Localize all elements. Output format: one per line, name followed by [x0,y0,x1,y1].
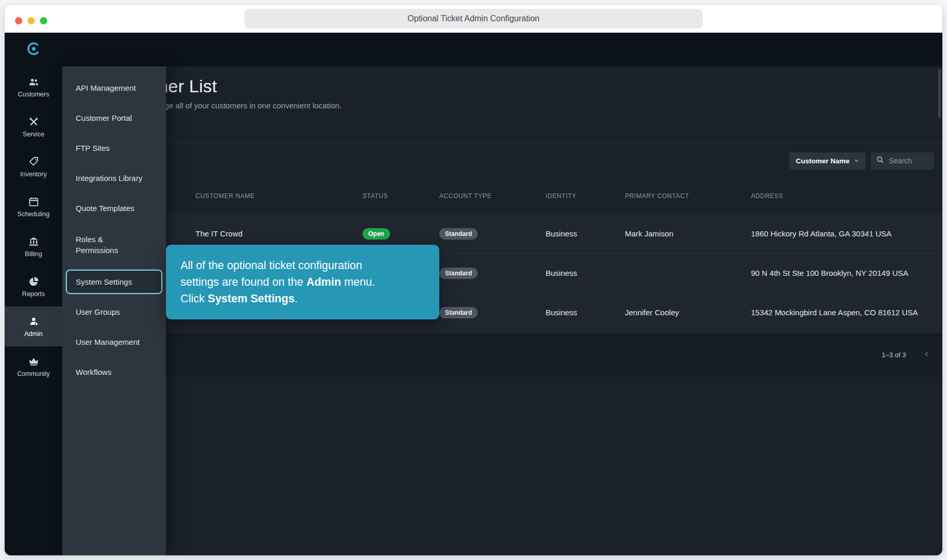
menu-item-workflows[interactable]: Workflows [62,357,166,387]
app-logo[interactable] [5,33,62,67]
cell-primary-contact: Jennifer Cooley [625,308,751,317]
bank-icon [28,235,39,248]
chevron-down-icon [854,157,859,165]
window-title: Optional Ticket Admin Configuration [244,9,703,29]
sidebar-item-admin[interactable]: Admin [5,306,62,346]
column-header-status: STATUS [363,192,439,200]
sort-dropdown[interactable]: Customer Name [789,152,866,170]
tag-icon [28,156,39,168]
sidebar-item-label: Scheduling [18,211,50,218]
sidebar-item-label: Customers [18,91,49,98]
top-navbar [62,33,942,66]
page-subtitle: Manage all of your customers in one conv… [145,101,342,110]
sidebar-item-customers[interactable]: Customers [5,67,62,107]
sidebar-item-label: Billing [25,250,42,258]
menu-item-integrations-library[interactable]: Integrations Library [62,163,166,193]
admin-flyout-menu: API Management Customer Portal FTP Sites… [62,66,166,555]
column-header-identity: IDENTITY [546,192,625,200]
table-header-row: CUSTOMER NAME STATUS ACCOUNT TYPE IDENTI… [62,178,942,214]
cell-address: 15342 Mockingbird Lane Aspen, CO 81612 U… [751,308,934,317]
sidebar-item-service[interactable]: Service [5,107,62,147]
cell-primary-contact: Mark Jamison [625,229,751,238]
table-toolbar: Customer Name [62,143,942,178]
sidebar-item-reports[interactable]: Reports [5,267,62,306]
app-logo-icon [26,41,41,59]
menu-item-system-settings[interactable]: System Settings [62,267,166,297]
menu-item-api-management[interactable]: API Management [62,73,166,103]
cell-address: 1860 Hickory Rd Atlanta, GA 30341 USA [751,229,934,238]
sidebar-item-label: Service [23,131,45,138]
cell-identity: Business [546,308,625,317]
cell-customer-name: The IT Crowd [196,229,363,238]
app-window: Optional Ticket Admin Configuration Cust… [5,5,942,555]
column-header-address: ADDRESS [751,192,934,200]
menu-item-customer-portal[interactable]: Customer Portal [62,103,166,133]
account-type-badge: Standard [439,268,478,279]
window-minimize-button[interactable] [27,17,35,24]
window-titlebar: Optional Ticket Admin Configuration [5,5,942,33]
menu-item-roles-permissions[interactable]: Roles & Permissions [62,223,166,267]
pagination-range: 1–3 of 3 [882,351,906,359]
pagination-prev-button[interactable] [920,347,934,362]
account-type-badge: Standard [439,228,478,240]
window-close-button[interactable] [15,17,22,24]
menu-item-ftp-sites[interactable]: FTP Sites [62,133,166,163]
pagination-bar: 1–3 of 3 [62,332,942,377]
menu-item-quote-templates[interactable]: Quote Templates [62,193,166,223]
search-icon [876,156,884,166]
cell-identity: Business [546,229,625,238]
menu-item-user-groups[interactable]: User Groups [62,297,166,327]
sidebar-item-scheduling[interactable]: Scheduling [5,187,62,227]
status-badge: Open [363,228,390,240]
system-settings-highlight-box: System Settings [66,270,162,294]
sidebar-item-label: Inventory [20,171,47,178]
search-box [871,152,934,170]
window-zoom-button[interactable] [40,17,47,24]
column-header-customer-name: CUSTOMER NAME [196,192,363,200]
coachmark-tooltip: All of the optional ticket configuration… [166,245,439,319]
admin-person-icon [28,315,39,328]
pie-chart-icon [28,275,39,288]
customers-icon [28,76,39,88]
sidebar: Customers Service Inventory Scheduling [5,33,62,555]
crown-icon [28,355,39,368]
sidebar-item-billing[interactable]: Billing [5,227,62,267]
account-type-badge: Standard [439,307,478,318]
cell-identity: Business [546,269,625,277]
column-header-primary-contact: PRIMARY CONTACT [625,192,751,200]
scrollbar-thumb[interactable] [938,69,941,118]
sidebar-item-label: Community [17,370,50,377]
search-input[interactable] [888,156,929,165]
sort-dropdown-label: Customer Name [796,157,849,165]
sidebar-item-community[interactable]: Community [5,346,62,386]
cell-address: 90 N 4th St Ste 100 Brooklyn, NY 20149 U… [751,269,934,277]
chevron-left-icon [923,350,931,360]
sidebar-item-inventory[interactable]: Inventory [5,147,62,187]
tooltip-line-2: settings are found on the Admin menu. [180,274,425,290]
sidebar-item-label: Admin [24,330,43,338]
menu-item-user-management[interactable]: User Management [62,327,166,357]
tooltip-line-3: Click System Settings. [180,290,425,307]
sidebar-item-label: Reports [22,290,45,298]
column-header-account-type: ACCOUNT TYPE [439,192,546,200]
calendar-icon [28,195,39,208]
tooltip-line-1: All of the optional ticket configuration [180,257,425,274]
tools-icon [28,116,39,128]
traffic-lights [15,17,47,24]
